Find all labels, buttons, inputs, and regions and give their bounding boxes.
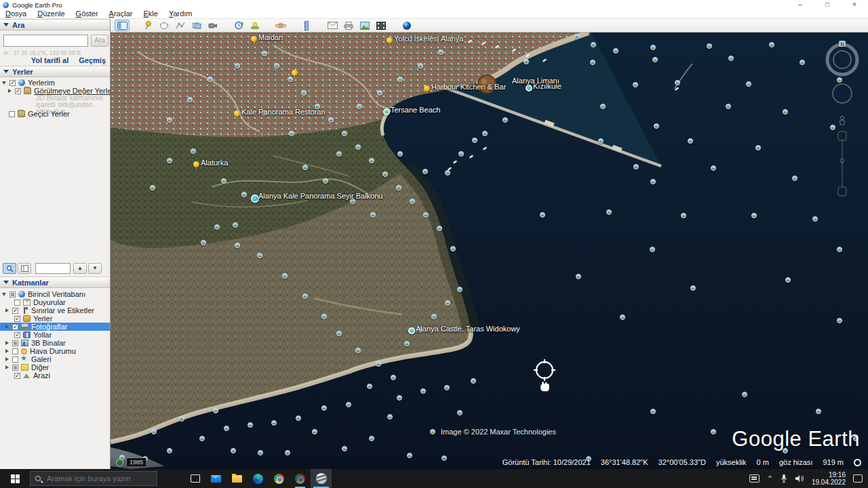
photo-marker[interactable]	[302, 293, 308, 299]
photo-marker[interactable]	[274, 63, 279, 68]
photo-marker[interactable]	[438, 49, 443, 55]
checkbox[interactable]	[12, 348, 18, 354]
placemark-marker[interactable]	[424, 85, 430, 92]
photo-marker[interactable]	[633, 82, 638, 87]
maximize-button[interactable]: □	[814, 0, 841, 9]
expander-icon[interactable]	[2, 81, 6, 85]
photo-marker[interactable]	[323, 178, 328, 184]
speaker-icon[interactable]	[795, 474, 804, 483]
email-button[interactable]	[325, 20, 340, 31]
ruler-button[interactable]	[299, 20, 314, 31]
photo-marker[interactable]	[755, 145, 761, 150]
photo-marker[interactable]	[404, 341, 410, 346]
photo-marker[interactable]	[336, 151, 342, 157]
photo-marker[interactable]	[742, 392, 747, 397]
photo-marker[interactable]	[151, 429, 157, 434]
photo-marker[interactable]	[397, 395, 402, 401]
photo-marker[interactable]	[262, 51, 267, 56]
photo-marker[interactable]	[187, 97, 193, 102]
menu-edit[interactable]: Düzenle	[32, 9, 70, 18]
photo-marker[interactable]	[346, 402, 351, 407]
photo-marker[interactable]	[377, 90, 382, 96]
photo-marker[interactable]	[633, 164, 639, 169]
add-image-overlay-button[interactable]	[189, 20, 204, 31]
photo-marker[interactable]	[289, 131, 294, 136]
photo-marker[interactable]	[248, 422, 253, 428]
menu-add[interactable]: Ekle	[138, 9, 163, 18]
photo-marker[interactable]	[783, 109, 788, 115]
photo-marker[interactable]	[590, 60, 595, 65]
expander-icon[interactable]	[5, 308, 9, 312]
photo-marker[interactable]	[482, 131, 488, 136]
photo-marker[interactable]	[224, 426, 229, 431]
switch-planet-button[interactable]	[273, 20, 288, 31]
layers-panel-header[interactable]: Katmanlar	[0, 277, 110, 288]
file-explorer-button[interactable]	[226, 469, 248, 488]
news-widget-icon[interactable]	[749, 474, 760, 483]
layer-gallery[interactable]: Galeri	[0, 355, 110, 363]
search-button[interactable]: Ara	[91, 35, 108, 47]
layer-borders-labels[interactable]: Sınırlar ve Etiketler	[0, 306, 110, 314]
taskbar-search-input[interactable]	[45, 474, 140, 483]
placemark-marker[interactable]	[193, 161, 199, 167]
placemark-marker[interactable]	[408, 327, 415, 334]
layer-primary-database[interactable]: Birincil Veritabanı	[0, 290, 110, 298]
photo-marker[interactable]	[241, 192, 247, 197]
photo-marker[interactable]	[650, 247, 655, 252]
photo-marker[interactable]	[751, 213, 757, 218]
photo-marker[interactable]	[816, 409, 821, 414]
search-panel-header[interactable]: Ara	[0, 19, 110, 30]
checkbox[interactable]	[14, 332, 20, 338]
photo-marker[interactable]	[397, 77, 403, 82]
expander-icon[interactable]	[2, 293, 6, 296]
photo-marker[interactable]	[444, 385, 450, 390]
panel-view-button[interactable]	[18, 263, 31, 274]
search-places-button[interactable]	[3, 263, 16, 274]
photo-marker[interactable]	[213, 408, 218, 413]
placemark-marker[interactable]	[526, 85, 532, 92]
expander-icon[interactable]	[5, 349, 9, 353]
expander-icon[interactable]	[5, 365, 9, 369]
photo-marker[interactable]	[397, 151, 403, 157]
placemark-marker[interactable]	[251, 36, 257, 42]
menu-view[interactable]: Göster	[71, 9, 104, 18]
photo-marker[interactable]	[167, 448, 172, 453]
save-image-button[interactable]	[357, 20, 372, 31]
historical-imagery-button[interactable]	[231, 20, 246, 31]
photo-marker[interactable]	[576, 274, 581, 279]
close-button[interactable]: ×	[841, 0, 868, 9]
checkbox[interactable]	[12, 308, 18, 314]
photo-marker[interactable]	[258, 450, 263, 455]
photo-marker[interactable]	[296, 415, 301, 421]
expander-icon[interactable]	[5, 325, 9, 329]
photo-marker[interactable]	[711, 165, 716, 171]
photo-marker[interactable]	[690, 285, 696, 291]
photo-marker[interactable]	[472, 138, 477, 143]
photo-marker[interactable]	[420, 388, 426, 394]
layer-more[interactable]: Diğer	[0, 363, 110, 371]
checkbox[interactable]	[9, 111, 15, 117]
mail-app-button[interactable]	[205, 469, 226, 488]
photo-marker[interactable]	[355, 348, 361, 353]
checkbox[interactable]	[9, 80, 16, 86]
checkbox[interactable]	[12, 324, 18, 330]
layer-3d-buildings[interactable]: 3B Binalar	[0, 339, 110, 347]
photo-marker[interactable]	[376, 361, 381, 367]
checkbox[interactable]	[12, 340, 18, 346]
photo-marker[interactable]	[179, 416, 184, 422]
checkbox[interactable]	[12, 365, 18, 371]
layer-photos[interactable]: Fotoğraflar	[0, 323, 110, 331]
photo-marker[interactable]	[785, 277, 791, 283]
navigation-controls[interactable]: N	[822, 39, 863, 202]
photo-marker[interactable]	[600, 104, 606, 109]
chrome-profile-button[interactable]	[290, 469, 311, 488]
photo-marker[interactable]	[445, 170, 450, 176]
edge-button[interactable]	[248, 469, 269, 488]
expander-icon[interactable]	[5, 341, 9, 345]
photo-marker[interactable]	[457, 410, 462, 415]
photo-marker[interactable]	[167, 117, 172, 123]
photo-marker[interactable]	[387, 414, 393, 420]
add-polygon-button[interactable]	[157, 20, 172, 31]
photo-marker[interactable]	[369, 158, 374, 163]
photo-marker[interactable]	[540, 212, 545, 218]
